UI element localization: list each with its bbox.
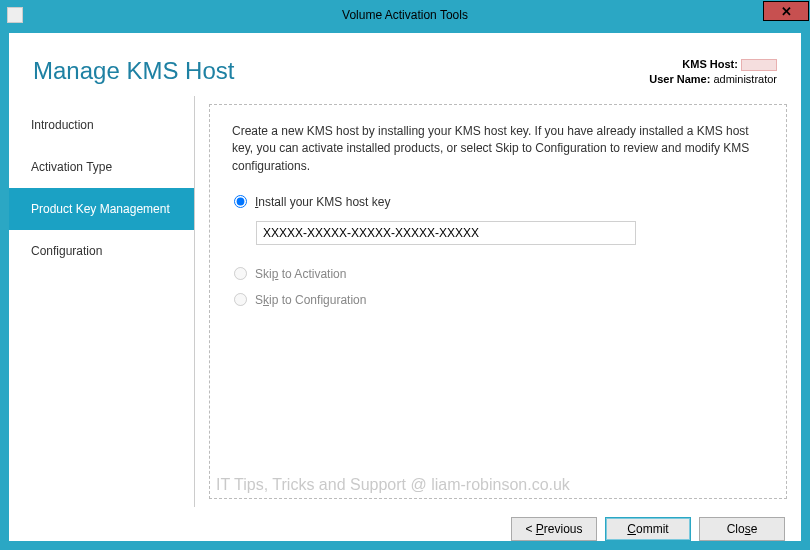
- radio-skip-configuration-input: [234, 293, 247, 306]
- sidebar: Introduction Activation Type Product Key…: [9, 96, 195, 507]
- radio-install-key[interactable]: Install your KMS host key: [234, 195, 764, 209]
- sidebar-item-activation-type[interactable]: Activation Type: [9, 146, 194, 188]
- content-area: Manage KMS Host KMS Host: User Name: adm…: [9, 33, 801, 541]
- window-close-button[interactable]: ✕: [763, 1, 809, 21]
- kms-host-value-redacted: [741, 59, 777, 71]
- kms-host-line: KMS Host:: [649, 57, 777, 72]
- close-button[interactable]: Close: [699, 517, 785, 541]
- sidebar-item-product-key-management[interactable]: Product Key Management: [9, 188, 194, 230]
- button-bar: < Previous Commit Close: [9, 507, 801, 541]
- radio-skip-configuration-label: Skip to Configuration: [255, 293, 366, 307]
- radio-install-key-input[interactable]: [234, 195, 247, 208]
- header-row: Manage KMS Host KMS Host: User Name: adm…: [9, 33, 801, 96]
- user-name-value: administrator: [713, 73, 777, 85]
- close-icon: ✕: [781, 4, 792, 19]
- kms-host-label: KMS Host:: [682, 58, 738, 70]
- user-name-line: User Name: administrator: [649, 72, 777, 87]
- previous-button[interactable]: < Previous: [511, 517, 597, 541]
- radio-skip-configuration: Skip to Configuration: [234, 293, 764, 307]
- kms-host-key-input[interactable]: [256, 221, 636, 245]
- titlebar: Volume Activation Tools ✕: [1, 1, 809, 29]
- radio-skip-activation-label: Skip to Activation: [255, 267, 346, 281]
- host-info: KMS Host: User Name: administrator: [649, 57, 777, 88]
- main-body: Introduction Activation Type Product Key…: [9, 96, 801, 507]
- sidebar-item-introduction[interactable]: Introduction: [9, 104, 194, 146]
- right-panel: Create a new KMS host by installing your…: [209, 104, 787, 499]
- app-icon: [7, 7, 23, 23]
- window-title: Volume Activation Tools: [342, 8, 468, 22]
- radio-skip-activation: Skip to Activation: [234, 267, 764, 281]
- panel-description: Create a new KMS host by installing your…: [232, 123, 764, 175]
- window-body: Manage KMS Host KMS Host: User Name: adm…: [1, 29, 809, 549]
- commit-button[interactable]: Commit: [605, 517, 691, 541]
- sidebar-item-configuration[interactable]: Configuration: [9, 230, 194, 272]
- app-window: Volume Activation Tools ✕ Manage KMS Hos…: [0, 0, 810, 550]
- watermark-text: IT Tips, Tricks and Support @ liam-robin…: [216, 476, 570, 494]
- page-title: Manage KMS Host: [33, 57, 234, 85]
- radio-skip-activation-input: [234, 267, 247, 280]
- user-name-label: User Name:: [649, 73, 710, 85]
- radio-install-key-label: Install your KMS host key: [255, 195, 390, 209]
